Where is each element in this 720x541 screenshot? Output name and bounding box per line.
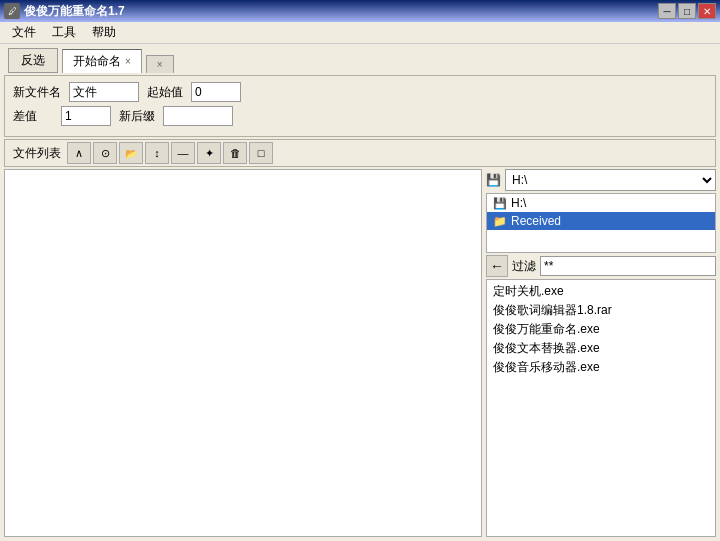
list-item[interactable]: 俊俊万能重命名.exe: [487, 320, 715, 339]
drive-tree-icon: 💾: [493, 197, 507, 210]
menu-bar: 文件 工具 帮助: [0, 22, 720, 44]
tool-row: 文件列表 ∧ ⊙ 📂 ↕ — ✦ 🗑 □: [4, 139, 716, 167]
form-area: 新文件名 起始值 差值 新后缀: [4, 75, 716, 137]
target-btn[interactable]: ⊙: [93, 142, 117, 164]
list-item[interactable]: 定时关机.exe: [487, 282, 715, 301]
start-value-label: 起始值: [147, 84, 183, 101]
up-btn[interactable]: ∧: [67, 142, 91, 164]
reverse-select-button[interactable]: 反选: [8, 48, 58, 73]
star-btn[interactable]: ✦: [197, 142, 221, 164]
form-row-2: 差值 新后缀: [13, 106, 707, 126]
tab-1-label: 开始命名: [73, 53, 121, 70]
diff-label: 差值: [13, 108, 37, 125]
tab-2[interactable]: ×: [146, 55, 174, 73]
new-file-name-label: 新文件名: [13, 84, 61, 101]
minus-btn[interactable]: —: [171, 142, 195, 164]
minimize-button[interactable]: ─: [658, 3, 676, 19]
list-item[interactable]: 俊俊文本替换器.exe: [487, 339, 715, 358]
tab-1[interactable]: 开始命名 ×: [62, 49, 142, 73]
app-icon: 🖊: [4, 3, 20, 19]
title-bar: 🖊 俊俊万能重命名1.7 ─ □ ✕: [0, 0, 720, 22]
square-btn[interactable]: □: [249, 142, 273, 164]
new-suffix-input[interactable]: [163, 106, 233, 126]
new-suffix-label: 新后缀: [119, 108, 155, 125]
diff-input[interactable]: [61, 106, 111, 126]
menu-help[interactable]: 帮助: [84, 22, 124, 43]
filter-row: ← 过滤: [486, 255, 716, 277]
menu-file[interactable]: 文件: [4, 22, 44, 43]
list-item[interactable]: 俊俊音乐移动器.exe: [487, 358, 715, 377]
drive-selector: 💾 H:\ C:\ D:\ E:\: [486, 169, 716, 191]
window-controls: ─ □ ✕: [658, 3, 716, 19]
tab-1-close[interactable]: ×: [125, 56, 131, 67]
folder-btn[interactable]: 📂: [119, 142, 143, 164]
file-list-panel[interactable]: [4, 169, 482, 537]
dir-item-received[interactable]: 📁 Received: [487, 212, 715, 230]
dir-tree[interactable]: 💾 H:\ 📁 Received: [486, 193, 716, 253]
dir-label-received: Received: [511, 214, 561, 228]
dir-item-root[interactable]: 💾 H:\: [487, 194, 715, 212]
maximize-button[interactable]: □: [678, 3, 696, 19]
file-list-label: 文件列表: [9, 145, 65, 162]
title-text: 俊俊万能重命名1.7: [24, 3, 658, 20]
back-button[interactable]: ←: [486, 255, 508, 277]
tab-2-close[interactable]: ×: [157, 59, 163, 70]
sort-btn[interactable]: ↕: [145, 142, 169, 164]
start-value-input[interactable]: [191, 82, 241, 102]
list-item[interactable]: 俊俊歌词编辑器1.8.rar: [487, 301, 715, 320]
folder-tree-icon: 📁: [493, 215, 507, 228]
right-file-list[interactable]: 定时关机.exe 俊俊歌词编辑器1.8.rar 俊俊万能重命名.exe 俊俊文本…: [486, 279, 716, 537]
close-button[interactable]: ✕: [698, 3, 716, 19]
right-panel: 💾 H:\ C:\ D:\ E:\ 💾 H:\ 📁 Received: [486, 169, 716, 537]
content-pane: 💾 H:\ C:\ D:\ E:\ 💾 H:\ 📁 Received: [4, 169, 716, 537]
menu-tools[interactable]: 工具: [44, 22, 84, 43]
filter-input[interactable]: [540, 256, 716, 276]
delete-btn[interactable]: 🗑: [223, 142, 247, 164]
toolbar-tabs: 反选 开始命名 × ×: [0, 44, 720, 73]
form-row-1: 新文件名 起始值: [13, 82, 707, 102]
drive-combo[interactable]: H:\ C:\ D:\ E:\: [505, 169, 716, 191]
dir-label-root: H:\: [511, 196, 526, 210]
main-area: 反选 开始命名 × × 新文件名 起始值 差值 新后缀 文件列表 ∧ ⊙ 📂 ↕…: [0, 44, 720, 541]
drive-icon: 💾: [486, 173, 501, 187]
new-file-name-input[interactable]: [69, 82, 139, 102]
filter-label: 过滤: [512, 258, 536, 275]
